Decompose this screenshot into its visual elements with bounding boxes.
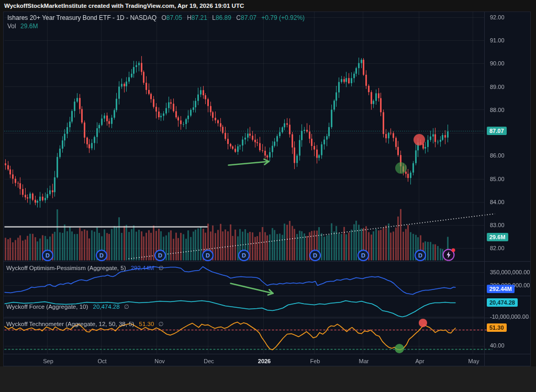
volume-label: Vol: [7, 23, 16, 30]
tradingview-chart-page: WyckoffStockMarketInstitute created with…: [0, 0, 536, 392]
time-tick-2026: 2026: [258, 358, 271, 364]
high-label: H: [187, 14, 192, 21]
volume-badge: 29.6M: [487, 233, 508, 241]
time-tick-mar: Mar: [359, 358, 369, 364]
scale-tick-label: 350,000,000.00: [490, 269, 530, 275]
tech-indicator-suffix: ∅: [159, 321, 164, 327]
high-value: 87.21: [192, 14, 207, 21]
scale-tick-label: 90.00: [490, 60, 505, 66]
time-tick-feb: Feb: [310, 358, 320, 364]
time-tick-may: May: [468, 358, 479, 364]
tech-indicator-title[interactable]: Wyckoff Technometer (Aggregate, 12, 50, …: [6, 321, 134, 327]
flash-event-marker[interactable]: [443, 249, 455, 261]
scale-tick-label: 86.00: [490, 152, 505, 159]
distribution-day-marker[interactable]: D: [238, 250, 250, 261]
buy-signal-circle[interactable]: [395, 344, 404, 353]
lightning-icon: [445, 251, 453, 259]
scale-tick-label: 89.00: [490, 84, 505, 90]
scale-tick-label: 83.00: [490, 222, 505, 228]
scale-tick-label: 82.00: [490, 245, 505, 251]
open-value: 87.05: [166, 14, 182, 21]
time-tick-sep: Sep: [43, 358, 53, 364]
sell-signal-circle[interactable]: [419, 319, 427, 327]
footer-bar: TradingView: [0, 366, 536, 392]
close-value: 87.07: [241, 14, 256, 21]
scale-tick-label: 85.00: [490, 176, 505, 182]
force-indicator-value: 20,474.28: [93, 304, 119, 310]
op-indicator-title[interactable]: Wyckoff Optimism-Pessimism (Aggregate, 5…: [6, 265, 126, 271]
chart-canvas: [0, 0, 536, 392]
buy-signal-circle[interactable]: [395, 162, 407, 174]
tech-indicator-legend[interactable]: Wyckoff Technometer (Aggregate, 12, 50, …: [6, 320, 164, 328]
distribution-day-marker[interactable]: D: [415, 250, 426, 261]
time-tick-oct: Oct: [97, 358, 106, 364]
force-indicator-suffix: ∅: [124, 304, 129, 310]
scale-tick-label: 84.00: [490, 199, 505, 205]
distribution-day-marker[interactable]: D: [202, 250, 214, 261]
op-value-badge: 292.44M: [487, 285, 515, 293]
op-indicator-suffix: ∅: [159, 265, 164, 271]
open-label: O: [161, 14, 166, 21]
distribution-day-marker[interactable]: D: [154, 250, 166, 261]
tech-value-badge: 51.30: [487, 323, 507, 332]
low-label: L: [212, 14, 216, 21]
scale-tick-label: 40.00: [490, 342, 505, 349]
symbol-legend[interactable]: Ishares 20+ Year Treasury Bond ETF - 1D …: [7, 14, 305, 21]
distribution-day-marker[interactable]: D: [42, 250, 53, 261]
sell-signal-circle[interactable]: [414, 134, 425, 145]
distribution-day-marker[interactable]: D: [309, 250, 321, 261]
distribution-day-marker[interactable]: D: [96, 250, 107, 261]
force-value-badge: 20,474.28: [487, 298, 518, 307]
scale-tick-label: 92.00: [490, 14, 505, 20]
scale-tick-label: 91.00: [490, 37, 505, 43]
time-tick-apr: Apr: [415, 358, 424, 364]
time-tick-nov: Nov: [154, 358, 165, 364]
volume-value: 29.6M: [20, 23, 38, 30]
op-indicator-legend[interactable]: Wyckoff Optimism-Pessimism (Aggregate, 5…: [6, 264, 164, 272]
last-price-badge: 87.07: [487, 127, 507, 135]
tech-indicator-value: 51.30: [139, 321, 154, 327]
notification-dot: [452, 249, 455, 252]
time-tick-dec: Dec: [204, 358, 214, 364]
force-indicator-legend[interactable]: Wyckoff Force (Aggregate, 10) 20,474.28 …: [6, 303, 129, 310]
volume-legend[interactable]: Vol 29.6M: [7, 23, 38, 30]
scale-tick-label: 88.00: [490, 107, 505, 113]
low-value: 86.89: [216, 14, 231, 21]
change-value: +0.79 (+0.92%): [261, 14, 305, 21]
op-indicator-value: 292.44M: [131, 265, 154, 271]
force-indicator-title[interactable]: Wyckoff Force (Aggregate, 10): [6, 304, 88, 310]
distribution-day-marker[interactable]: D: [358, 250, 369, 261]
close-label: C: [236, 14, 241, 21]
scale-tick-label: -10,000,000.00: [490, 313, 529, 320]
symbol-title[interactable]: Ishares 20+ Year Treasury Bond ETF - 1D …: [7, 14, 157, 21]
